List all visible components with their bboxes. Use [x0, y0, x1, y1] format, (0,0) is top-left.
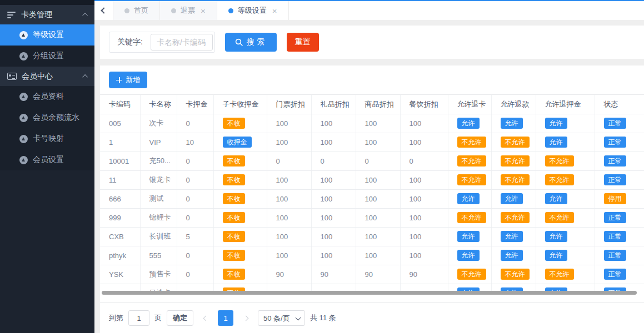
table-cell: 允许	[448, 189, 491, 208]
table-row[interactable]: 1VIP10收押金100100100100不允许不允许允许正常	[100, 133, 644, 152]
table-cell: 100	[400, 170, 448, 189]
search-button[interactable]: 搜索	[225, 33, 277, 52]
status-badge: 允许	[545, 231, 567, 242]
table-cell: 正常	[595, 114, 644, 133]
status-badge: 正常	[604, 118, 626, 129]
table-cell: 100	[356, 208, 400, 227]
table-cell: 允许	[536, 114, 595, 133]
tab-bar: 首页 退票 等级设置	[94, 0, 644, 20]
sidebar-item-level-settings[interactable]: 等级设置	[0, 24, 94, 46]
status-badge: 不允许	[457, 269, 486, 280]
table-cell: 100	[267, 208, 311, 227]
status-badge: 允许	[545, 193, 567, 204]
sidebar-top-strip	[0, 0, 94, 5]
tabs-back-button[interactable]	[94, 1, 113, 20]
sidebar-submenu: 会员资料 会员余额流水 卡号映射 会员设置	[0, 86, 94, 170]
table-cell: 100	[311, 133, 356, 152]
table-cell: 0	[177, 152, 213, 170]
status-badge: 正常	[604, 212, 626, 223]
chevron-left-icon	[101, 7, 107, 13]
table-row[interactable]: 11银龙卡0不收100100100100不允许不允许不允许正常	[100, 170, 644, 189]
add-button[interactable]: 新增	[109, 72, 147, 88]
table-row[interactable]: 10001充50...0不收0000不允许不允许不允许正常	[100, 152, 644, 170]
table-cell: 100	[267, 170, 311, 189]
tab-home[interactable]: 首页	[113, 1, 160, 20]
table-panel: 新增 卡编码卡名称卡押金子卡收押金门票折扣礼品折扣商品折扣餐饮折扣允许退卡允许退…	[100, 65, 644, 333]
sidebar-group-card-management[interactable]: 卡类管理	[0, 5, 94, 24]
status-badge: 不收	[223, 193, 245, 204]
scrollbar-thumb[interactable]	[102, 291, 637, 295]
table-row[interactable]: pthyk5550不收100100100100允许允许允许正常	[100, 246, 644, 265]
table-cell: 100	[311, 246, 356, 265]
status-badge: 不允许	[545, 174, 574, 185]
table-cell: 100	[267, 189, 311, 208]
table-cell: 100	[400, 189, 448, 208]
pagination: 到第 页 确定 1 50 条/页 共 11 条	[100, 302, 644, 333]
table-cell: 锦鲤卡	[140, 208, 177, 227]
table-row[interactable]: 999锦鲤卡0不收100100100100不允许不允许不允许正常	[100, 208, 644, 227]
keyword-input[interactable]	[151, 34, 213, 51]
table-cell: 收押金	[213, 133, 267, 152]
sidebar-item-card-mapping[interactable]: 卡号映射	[0, 128, 94, 149]
tab-level-settings[interactable]: 等级设置	[217, 1, 289, 20]
table-cell: 允许	[491, 189, 536, 208]
status-badge: 正常	[604, 269, 626, 280]
sidebar-item-member-settings[interactable]: 会员设置	[0, 149, 94, 170]
tab-refund-ticket[interactable]: 退票	[160, 1, 217, 20]
table-row[interactable]: ZYK早泳卡5不收100100100100允许允许允许正常	[100, 284, 644, 291]
confirm-button[interactable]: 确定	[167, 310, 193, 326]
table-cell: 允许	[491, 246, 536, 265]
table-row[interactable]: CXB长训班5不收100100100100允许允许允许正常	[100, 227, 644, 246]
table-cell: 允许	[448, 246, 491, 265]
table-cell: 不收	[213, 189, 267, 208]
table-cell: 100	[267, 114, 311, 133]
close-icon[interactable]	[201, 7, 206, 15]
table-cell: 长训班	[140, 227, 177, 246]
table-cell: 0	[311, 152, 356, 170]
table-cell: 测试	[140, 189, 177, 208]
table-cell: 100	[311, 170, 356, 189]
table-cell: 不允许	[491, 265, 536, 284]
sidebar-item-group-settings[interactable]: 分组设置	[0, 46, 94, 67]
table-cell: 不允许	[536, 265, 595, 284]
status-badge: 允许	[457, 118, 480, 129]
table-cell: 银龙卡	[140, 170, 177, 189]
goto-page-input[interactable]	[128, 310, 149, 326]
prev-page-button[interactable]	[198, 310, 213, 326]
status-badge: 收押金	[223, 137, 252, 148]
tab-dot-icon	[171, 8, 176, 13]
status-badge: 正常	[604, 174, 626, 185]
next-page-button[interactable]	[238, 310, 253, 326]
keyword-label: 关键字:	[109, 37, 151, 47]
table-cell: 正常	[595, 246, 644, 265]
circle-icon	[19, 93, 28, 101]
close-icon[interactable]	[272, 7, 277, 15]
table-cell: 不收	[213, 208, 267, 227]
status-badge: 不允许	[457, 212, 486, 223]
sidebar-group-member-center[interactable]: 会员中心	[0, 67, 94, 86]
table-cell: 允许	[491, 284, 536, 291]
sidebar-group-label: 卡类管理	[21, 10, 84, 20]
table-cell: 不允许	[448, 133, 491, 152]
goto-label: 到第	[109, 313, 123, 323]
table-row[interactable]: YSK预售卡0不收90909090不允许不允许不允许正常	[100, 265, 644, 284]
sidebar-item-member-balance-flow[interactable]: 会员余额流水	[0, 107, 94, 128]
table-cell: pthyk	[100, 246, 140, 265]
status-badge: 允许	[545, 250, 567, 261]
column-header: 卡名称	[140, 95, 177, 114]
status-badge: 允许	[545, 137, 567, 148]
data-table-wrapper: 卡编码卡名称卡押金子卡收押金门票折扣礼品折扣商品折扣餐饮折扣允许退卡允许退款允许…	[100, 94, 644, 291]
sidebar-group-label: 会员中心	[22, 72, 84, 82]
table-row[interactable]: 666测试0不收100100100100允许允许允许停用	[100, 189, 644, 208]
table-cell: 100	[400, 284, 448, 291]
status-badge: 不允许	[457, 174, 486, 185]
sidebar-item-member-info[interactable]: 会员资料	[0, 86, 94, 107]
status-badge: 不收	[223, 174, 245, 185]
status-badge: 正常	[604, 155, 626, 167]
table-cell: 不允许	[491, 133, 536, 152]
reset-button[interactable]: 重置	[287, 33, 319, 52]
page-number-button[interactable]: 1	[218, 310, 233, 326]
page-size-select[interactable]: 50 条/页	[258, 310, 305, 326]
table-cell: 100	[400, 246, 448, 265]
table-row[interactable]: 005次卡0不收100100100100允许允许允许正常	[100, 114, 644, 133]
